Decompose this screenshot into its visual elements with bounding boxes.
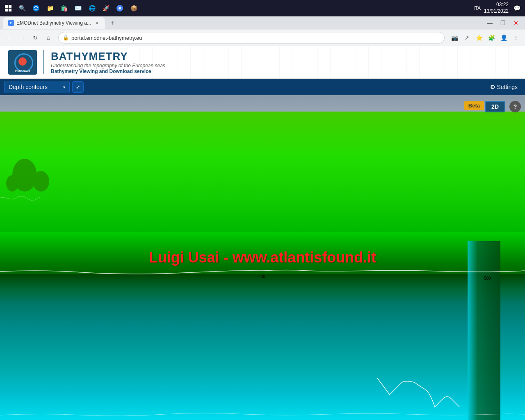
beta-badge: Beta [464,101,484,110]
svg-point-6 [119,7,121,9]
account-button[interactable]: 👤 [498,32,509,43]
home-button[interactable]: ⌂ [43,32,54,43]
share-button[interactable]: ↗ [461,32,472,43]
svg-rect-2 [5,9,8,11]
taskbar: 🔍 📁 🛍️ ✉️ 🌐 🚀 📦 IT [0,0,525,16]
svg-point-8 [33,171,49,192]
svg-rect-0 [5,5,8,8]
view-2d-button[interactable]: 2D [485,101,505,112]
address-bar[interactable]: 🔒 portal.emodnet-bathymetry.eu [58,32,445,43]
forward-button[interactable]: → [16,32,28,43]
language-indicator: ITA [473,5,481,11]
contour-label-200: 200 [258,274,265,279]
edge-taskbar-icon[interactable] [31,3,41,13]
emodnet-logo: EMODnet [8,50,37,75]
depth-contours-dropdown[interactable]: Depth contours ▾ [4,81,70,93]
browser-actions: 📷 ↗ ⭐ 🧩 👤 ⋮ [449,32,522,43]
emodnet-title-area: BATHYMETRY Understanding the topography … [43,50,165,74]
site-title: BATHYMETRY [51,50,165,63]
bathymetry-visualization: 200 500 005 005 Luigi Usai - www.atlanti… [0,95,525,420]
svg-rect-3 [9,9,11,11]
menu-button[interactable]: ⋮ [510,32,522,43]
ssl-lock-icon: 🔒 [63,35,69,41]
browser-tab-active[interactable]: E EMODnet Bathymetry Viewing a... ✕ [3,17,105,29]
mountain-peak [377,378,459,407]
chrome-taskbar-icon[interactable] [115,3,125,13]
watermark-text: Luigi Usai - www.atlantisfound.it [149,249,377,266]
contour-label-right: 500 [484,276,491,281]
seabed-contour-upper [0,413,525,416]
svg-point-4 [33,5,39,11]
extensions-button[interactable]: 🧩 [486,32,497,43]
depth-contours-label: Depth contours [9,84,48,90]
url-display: portal.emodnet-bathymetry.eu [71,35,142,41]
svg-point-9 [6,175,18,192]
land-detail-left [0,196,41,201]
window-minimize-button[interactable]: — [484,17,495,29]
window-restore-button[interactable]: ❐ [497,17,509,29]
tab-favicon: E [8,20,14,26]
explorer-taskbar-icon[interactable]: 📁 [45,3,55,13]
globe-taskbar-icon[interactable]: 🌐 [87,3,97,13]
svg-rect-1 [9,5,11,8]
dropdown-chevron-icon: ▾ [63,85,65,89]
tab-title: EMODnet Bathymetry Viewing a... [16,20,91,26]
search-taskbar-icon[interactable]: 🔍 [17,3,27,13]
tab-close-button[interactable]: ✕ [94,20,100,26]
date-display: 13/01/2022 [484,8,509,15]
mail-taskbar-icon[interactable]: ✉️ [73,3,83,13]
toolbar-right: ⚙ Settings [487,82,521,92]
service-label: Bathymetry Viewing and Download service [51,68,165,74]
clock: 03:22 13/01/2022 [484,2,509,14]
taskbar-left: 🔍 📁 🛍️ ✉️ 🌐 🚀 📦 [3,3,139,13]
main-toolbar: Depth contours ▾ ⤢ ⚙ Settings [0,79,525,95]
toolbar-left: Depth contours ▾ ⤢ [4,81,84,93]
notification-icon[interactable]: 💬 [512,3,522,13]
help-button[interactable]: ? [509,101,521,112]
reload-button[interactable]: ↻ [30,32,41,43]
site-subtitle: Understanding the topography of the Euro… [51,63,165,68]
back-button[interactable]: ← [3,32,15,43]
new-tab-button[interactable]: + [107,17,118,29]
taskbar-right: ITA 03:22 13/01/2022 💬 [473,2,522,14]
time-display: 03:22 [484,2,509,8]
rocket-taskbar-icon[interactable]: 🚀 [101,3,111,13]
browser-controls: ← → ↻ ⌂ 🔒 portal.emodnet-bathymetry.eu 📷… [0,30,525,46]
emodnet-header: EMODnet BATHYMETRY Understanding the top… [0,46,525,79]
bookmark-button[interactable]: ⭐ [473,32,485,43]
browser-titlebar: E EMODnet Bathymetry Viewing a... ✕ + — … [0,16,525,30]
window-close-button[interactable]: ✕ [510,17,522,29]
contour-200m [0,270,525,274]
app-taskbar-icon[interactable]: 📦 [129,3,139,13]
screenshot-button[interactable]: 📷 [449,32,460,43]
terrain-bumps [6,159,49,192]
store-taskbar-icon[interactable]: 🛍️ [59,3,69,13]
map-area: 200 500 005 005 Luigi Usai - www.atlanti… [0,95,525,420]
expand-button[interactable]: ⤢ [72,81,84,93]
settings-button[interactable]: ⚙ Settings [487,82,521,92]
start-button[interactable] [3,3,13,13]
logo-emodnet-text: EMODnet [15,69,30,73]
